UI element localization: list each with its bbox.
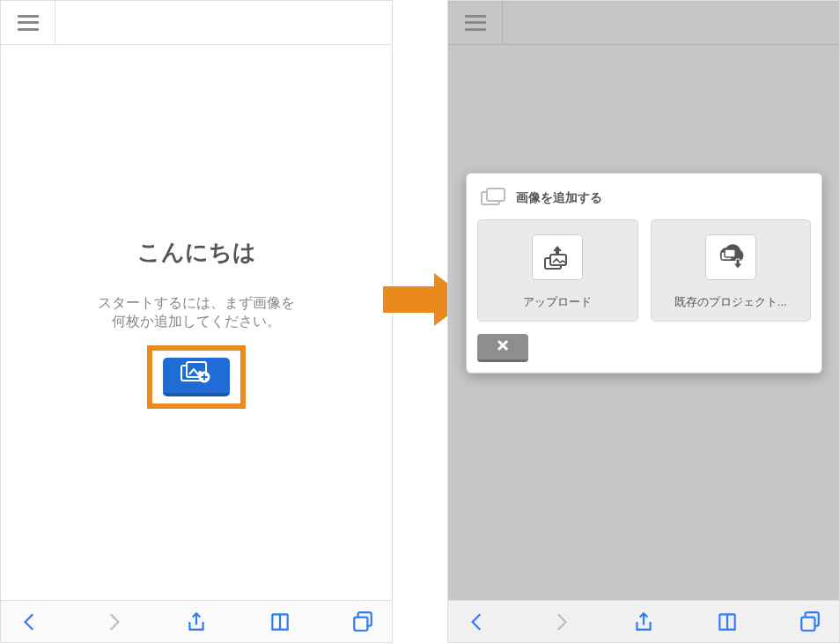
option-upload[interactable]: アップロード	[477, 219, 638, 322]
close-icon	[496, 338, 510, 356]
share-button[interactable]	[185, 611, 208, 633]
images-stack-icon	[481, 188, 507, 209]
bookmarks-button[interactable]	[716, 611, 739, 633]
welcome-content: こんにちは スタートするには、まず画像を 何枚か追加してください。	[1, 45, 392, 600]
dialog-title: 画像を追加する	[516, 190, 602, 206]
menu-button[interactable]	[1, 1, 55, 44]
option-existing-label: 既存のプロジェクト...	[674, 294, 787, 310]
add-images-dialog: 画像を追加する アップロード	[466, 173, 822, 374]
hamburger-icon	[465, 15, 486, 31]
subtitle-line-1: スタートするには、まず画像を	[98, 294, 295, 313]
browser-toolbar	[1, 600, 392, 642]
tabs-button[interactable]	[351, 611, 374, 633]
screen-add-images-dialog: 画像を追加する アップロード	[447, 0, 840, 643]
svg-rect-5	[487, 189, 505, 201]
dialog-options: アップロード 既存のプロジェクト...	[477, 219, 811, 322]
svg-rect-9	[725, 249, 735, 257]
cloud-download-icon	[705, 234, 756, 280]
tabs-button[interactable]	[799, 611, 822, 633]
bookmarks-button[interactable]	[269, 611, 291, 633]
option-existing-project[interactable]: 既存のプロジェクト...	[651, 219, 812, 322]
menu-button[interactable]	[448, 1, 503, 44]
upload-icon	[532, 234, 583, 280]
greeting-title: こんにちは	[137, 237, 256, 268]
topbar	[448, 1, 839, 45]
screen-welcome: こんにちは スタートするには、まず画像を 何枚か追加してください。	[0, 0, 393, 643]
dialog-header: 画像を追加する	[477, 184, 811, 219]
topbar	[1, 1, 392, 45]
hamburger-icon	[18, 15, 39, 31]
option-upload-label: アップロード	[523, 294, 592, 310]
svg-rect-3	[354, 617, 367, 630]
forward-button[interactable]	[102, 611, 125, 633]
back-button[interactable]	[18, 611, 41, 633]
share-button[interactable]	[632, 611, 655, 633]
highlight-frame	[147, 345, 246, 409]
add-images-button[interactable]	[163, 358, 230, 396]
close-button[interactable]	[477, 334, 528, 362]
back-button[interactable]	[466, 611, 489, 633]
add-images-icon	[181, 361, 212, 389]
svg-rect-10	[801, 617, 814, 630]
browser-toolbar	[448, 600, 839, 642]
subtitle-line-2: 何枚か追加してください。	[112, 313, 281, 331]
forward-button[interactable]	[549, 611, 572, 633]
